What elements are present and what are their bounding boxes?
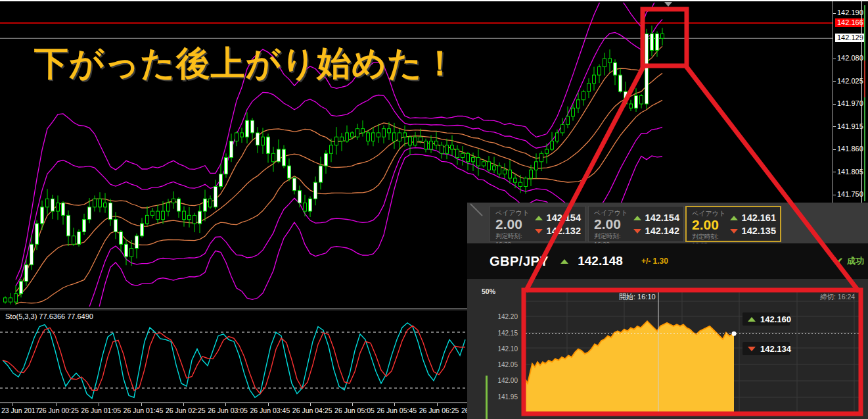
instrument-row[interactable]: GBP/JPY 142.148 +/- 1.30 ✔成功	[467, 243, 868, 279]
time-axis-tick	[57, 403, 57, 406]
right-window-edge	[861, 0, 862, 203]
current-bar-marker-icon	[664, 2, 672, 7]
alert-price-label: 142.166	[835, 18, 865, 27]
time-axis-label: 23 Jun 2017	[1, 407, 39, 414]
time-axis-tick	[394, 403, 395, 406]
time-axis-label: 26 Jun 04:25	[292, 407, 332, 414]
trading-screenshot: 下がった後上がり始めた！ Sto(5,3,3) 77.6366 77.6490 …	[0, 0, 868, 419]
payout-label: ペイアウト	[692, 210, 730, 217]
up-arrow-icon	[730, 216, 738, 220]
time-axis-label: 26 Jun 03:45	[250, 407, 290, 414]
option-price-tick: 141.95	[472, 393, 518, 401]
down-arrow-icon	[535, 229, 543, 234]
time-axis-label: 26 Jun 05:05	[334, 407, 375, 414]
edge-gauge-green-bottom	[864, 97, 865, 201]
payout-value: 2.00	[692, 217, 730, 233]
high-quote: 142.154	[547, 212, 581, 223]
instrument-range: +/- 1.30	[641, 257, 668, 266]
time-axis-tick	[352, 403, 353, 406]
low-quote: 142.135	[742, 226, 776, 236]
price-axis-label: 141.805	[837, 168, 863, 176]
time-axis-label: 26 Jun 02:25	[166, 407, 206, 414]
option-price-tick: 142.20	[472, 313, 518, 320]
price-axis-tick	[833, 126, 836, 127]
option-price-tick: 142.15	[472, 330, 518, 337]
status-text: 成功	[847, 256, 864, 266]
time-axis-tick	[183, 403, 184, 406]
option-price-tick: 142.05	[472, 361, 518, 368]
time-axis-label: 26 Jun 03:05	[208, 407, 248, 414]
price-axis-tick	[833, 59, 836, 59]
price-axis-label: 142.080	[837, 54, 863, 62]
time-axis-label: 26 Jun 05:45	[377, 407, 417, 414]
stochastic-indicator-label: Sto(5,3,3) 77.6366 77.6490	[5, 312, 93, 320]
up-arrow-icon	[633, 216, 641, 220]
down-arrow-icon	[730, 229, 738, 234]
high-quote: 142.161	[742, 212, 776, 223]
time-axis-tick	[141, 403, 142, 406]
payout-card-1625-selected[interactable]: ペイアウト 2.00 判定時刻: 16:25 142.161 142.135	[685, 206, 781, 242]
time-axis-tick	[268, 403, 269, 406]
edge-gauge-green-top	[864, 5, 865, 61]
instrument-symbol: GBP/JPY	[490, 254, 549, 269]
price-axis-label: 141.860	[837, 145, 863, 153]
option-chart-section: 50% 50% × 142.20 142.15 142.10 142.05 14…	[467, 279, 868, 419]
price-axis-tick	[833, 13, 836, 14]
time-axis-label: 26 Jun 06:25	[419, 407, 459, 414]
high-quote: 142.154	[645, 212, 679, 223]
instrument-price: 142.148	[578, 254, 623, 268]
price-axis-label: 141.915	[837, 122, 863, 130]
time-axis-label: 26 Jun 00:25	[39, 407, 79, 414]
option-price-tick: 142.00	[472, 377, 518, 384]
price-axis-label: 142.190	[837, 9, 863, 16]
window-top-edge	[0, 0, 868, 1]
time-axis-tick	[99, 403, 99, 406]
price-axis-tick	[833, 195, 836, 195]
headline-annotation: 下がった後上がり始めた！	[34, 41, 458, 87]
time-axis-tick	[12, 403, 12, 406]
current-price-label: 142.129	[835, 34, 865, 42]
up-arrow-icon	[535, 216, 543, 220]
time-axis-tick	[437, 403, 438, 406]
price-axis-label: 142.025	[837, 77, 863, 85]
payout-card-row: ペイアウト 2.00 判定時刻: 16:30 142.154 142.132 ペ…	[467, 203, 868, 243]
time-axis-tick	[310, 403, 311, 406]
price-axis-label: 141.750	[837, 190, 863, 198]
payout-card-1630[interactable]: ペイアウト 2.00 判定時刻: 16:30 142.154 142.132	[490, 206, 585, 242]
low-quote: 142.142	[645, 226, 679, 236]
payout-value: 2.00	[594, 216, 633, 232]
payout-label: ペイアウト	[495, 209, 535, 216]
payout-card-1620[interactable]: ペイアウト 2.00 判定時刻: 16:20 142.154 142.142	[588, 206, 684, 242]
edge-gauge-red	[864, 61, 865, 97]
low-quote: 142.132	[547, 226, 581, 236]
time-axis-label: 26 Jun 01:45	[124, 407, 164, 414]
check-icon: ✔	[836, 256, 843, 266]
price-axis-tick	[833, 81, 836, 82]
time-axis-label: 26 Jun 01:05	[81, 407, 121, 414]
price-axis-tick	[833, 172, 836, 172]
price-axis-tick	[833, 104, 836, 105]
down-arrow-icon	[633, 229, 641, 234]
up-arrow-icon	[560, 259, 568, 264]
gauge-top-label: 50%	[482, 287, 495, 295]
payout-value: 2.00	[495, 216, 535, 232]
payout-label: ペイアウト	[594, 209, 633, 216]
price-axis-tick	[833, 149, 836, 150]
binary-option-panel: ペイアウト 2.00 判定時刻: 16:30 142.154 142.132 ペ…	[467, 203, 868, 419]
status-success: ✔成功	[836, 255, 864, 267]
time-axis-tick	[225, 403, 226, 406]
price-axis-label: 141.970	[837, 99, 863, 107]
option-price-tick: 142.10	[472, 345, 518, 353]
